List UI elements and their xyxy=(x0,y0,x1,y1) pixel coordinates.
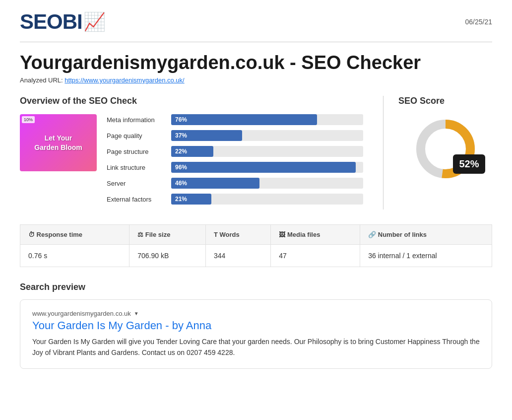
search-preview-url: www.yourgardenismygarden.co.uk ▼ xyxy=(32,310,480,317)
stats-cell-image-icon: 47 xyxy=(271,245,360,267)
stats-col-header-scale-icon: ⚖ File size xyxy=(129,225,206,245)
bar-row: Server 46% xyxy=(107,178,363,189)
bar-row: Page structure 22% xyxy=(107,146,363,157)
site-preview: 10% Let YourGarden Bloom xyxy=(20,114,97,171)
stats-header-row: ⏱ Response time⚖ File sizeT Words🖼 Media… xyxy=(20,225,492,245)
dropdown-arrow-icon: ▼ xyxy=(134,311,139,316)
bars-container: Meta information 76% Page quality 37% Pa… xyxy=(107,114,363,210)
bar-track: 96% xyxy=(171,162,363,173)
bar-label: Meta information xyxy=(107,116,171,124)
bar-row: Meta information 76% xyxy=(107,114,363,125)
analyzed-url-link[interactable]: https://www.yourgardenismygarden.co.uk/ xyxy=(64,76,184,84)
logo: SEOBI 📈 xyxy=(20,10,106,34)
logo-text: SEOBI xyxy=(20,10,82,34)
bar-fill: 37% xyxy=(171,130,242,141)
logo-arrow-icon: 📈 xyxy=(83,11,106,32)
donut-container: 52% xyxy=(398,114,492,184)
page-title: Yourgardenismygarden.co.uk - SEO Checker xyxy=(20,52,492,73)
bar-row: Page quality 37% xyxy=(107,130,363,141)
bar-value: 21% xyxy=(171,196,187,203)
analyzed-label: Analyzed URL: xyxy=(20,76,63,84)
scale-icon: ⚖ xyxy=(137,231,143,238)
bar-fill: 22% xyxy=(171,146,213,157)
search-preview-description: Your Garden Is My Garden will give you T… xyxy=(32,336,480,358)
bar-value: 76% xyxy=(171,116,187,123)
bar-label: Page structure xyxy=(107,148,171,155)
bar-value: 96% xyxy=(171,164,187,171)
search-preview-box: www.yourgardenismygarden.co.uk ▼ Your Ga… xyxy=(20,299,492,369)
bar-track: 22% xyxy=(171,146,363,157)
stats-cell-scale-icon: 706.90 kB xyxy=(129,245,206,267)
header-date: 06/25/21 xyxy=(465,18,493,26)
header: SEOBI 📈 06/25/21 xyxy=(20,10,492,42)
bar-value: 46% xyxy=(171,180,187,187)
stats-col-header-clock-icon: ⏱ Response time xyxy=(20,225,129,245)
image-icon: 🖼 xyxy=(279,231,285,238)
stats-cell-text-icon: 344 xyxy=(205,245,270,267)
search-preview-title: Search preview xyxy=(20,282,492,292)
seo-score-section: SEO Score 52% xyxy=(383,96,492,210)
search-preview-link[interactable]: Your Garden Is My Garden - by Anna xyxy=(32,319,480,332)
bar-label: External factors xyxy=(107,196,171,203)
bar-fill: 46% xyxy=(171,178,259,189)
bar-value: 37% xyxy=(171,132,187,139)
bar-track: 21% xyxy=(171,194,363,205)
stats-col-header-link-icon: 🔗 Number of links xyxy=(360,225,492,245)
seo-score-badge: 52% xyxy=(453,154,485,174)
clock-icon: ⏱ xyxy=(28,231,35,238)
stats-cell-clock-icon: 0.76 s xyxy=(20,245,129,267)
bar-row: Link structure 96% xyxy=(107,162,363,173)
bar-value: 22% xyxy=(171,148,187,155)
stats-col-header-image-icon: 🖼 Media files xyxy=(271,225,360,245)
bar-fill: 21% xyxy=(171,194,211,205)
preview-badge: 10% xyxy=(22,116,35,123)
stats-cell-link-icon: 36 internal / 1 external xyxy=(360,245,492,267)
bar-track: 37% xyxy=(171,130,363,141)
text-icon: T xyxy=(214,231,218,238)
analyzed-url-line: Analyzed URL: https://www.yourgardenismy… xyxy=(20,76,492,84)
preview-text: Let YourGarden Bloom xyxy=(34,134,82,151)
bar-track: 46% xyxy=(171,178,363,189)
bar-fill: 76% xyxy=(171,114,317,125)
bar-label: Server xyxy=(107,180,171,187)
bar-track: 76% xyxy=(171,114,363,125)
overview-left: Overview of the SEO Check 10% Let YourGa… xyxy=(20,96,363,210)
bar-label: Page quality xyxy=(107,132,171,140)
donut-chart: 52% xyxy=(411,114,480,184)
seo-score-title: SEO Score xyxy=(398,96,492,106)
stats-col-header-text-icon: T Words xyxy=(205,225,270,245)
bar-row: External factors 21% xyxy=(107,194,363,205)
stats-table: ⏱ Response time⚖ File sizeT Words🖼 Media… xyxy=(20,224,492,267)
overview-content: 10% Let YourGarden Bloom Meta informatio… xyxy=(20,114,363,210)
overview-section: Overview of the SEO Check 10% Let YourGa… xyxy=(20,96,492,210)
overview-title: Overview of the SEO Check xyxy=(20,96,363,106)
stats-value-row: 0.76 s706.90 kB3444736 internal / 1 exte… xyxy=(20,245,492,267)
bar-fill: 96% xyxy=(171,162,356,173)
bar-label: Link structure xyxy=(107,164,171,171)
link-icon: 🔗 xyxy=(368,231,376,238)
